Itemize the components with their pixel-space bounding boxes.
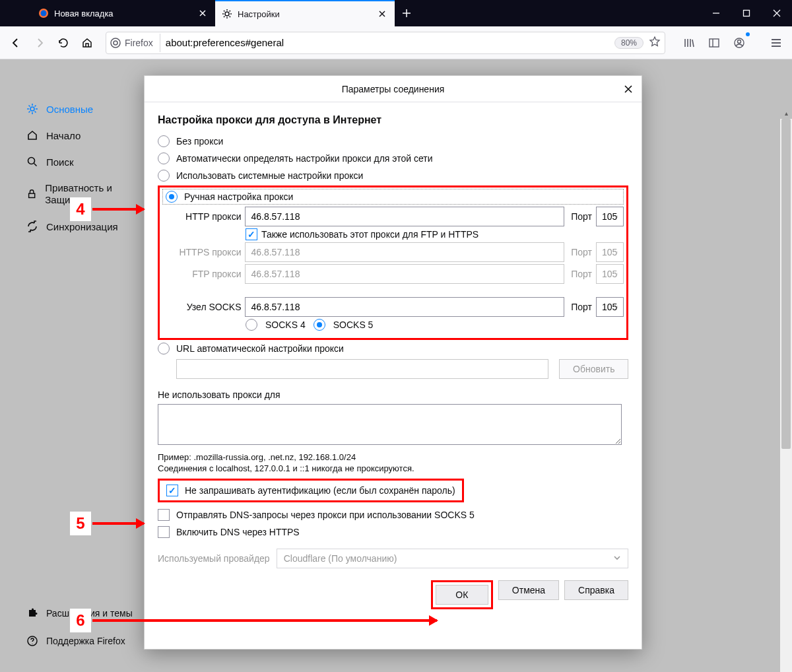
sidebar-item-home[interactable]: Начало [24, 125, 143, 145]
connection-settings-dialog: Параметры соединения Настройка прокси дл… [144, 75, 642, 650]
sidebar-item-search[interactable]: Поиск [24, 152, 143, 172]
https-proxy-input [245, 242, 564, 262]
sidebar-item-general[interactable]: Основные [24, 99, 143, 119]
search-icon [26, 156, 38, 168]
sidebar-item-label: Основные [46, 104, 93, 115]
identity-box[interactable]: Firefox [110, 34, 160, 52]
link-label: Поддержка Firefox [46, 636, 125, 646]
checkbox-row-dns-https[interactable]: Включить DNS через HTTPS [158, 523, 628, 541]
window-close[interactable] [762, 0, 792, 26]
reload-pac-button: Обновить [559, 359, 628, 379]
localhost-info: Соединения с localhost, 127.0.0.1 и ::1 … [158, 463, 628, 473]
window-maximize[interactable] [731, 0, 762, 26]
radio-socks4[interactable] [246, 319, 257, 331]
sync-icon [26, 220, 38, 232]
account-icon[interactable] [729, 32, 750, 53]
http-proxy-label: HTTP прокси [170, 211, 241, 222]
socks-host-input[interactable] [245, 297, 564, 317]
https-proxy-label: HTTPS прокси [170, 247, 241, 257]
menu-button[interactable] [766, 32, 787, 53]
annotation-box-4: Ручная настройка прокси HTTP прокси Порт… [158, 185, 628, 340]
scroll-thumb[interactable] [781, 119, 791, 449]
help-icon [26, 635, 38, 647]
radio-auto-detect[interactable]: Автоматически определять настройки прокс… [158, 150, 628, 167]
provider-label: Используемый провайдер [158, 553, 270, 564]
svg-rect-6 [710, 39, 719, 47]
port-label: Порт [571, 269, 592, 279]
zoom-badge[interactable]: 80% [614, 37, 644, 49]
url-input[interactable] [166, 37, 609, 48]
radio-icon [158, 135, 170, 147]
link-support[interactable]: Поддержка Firefox [24, 631, 135, 651]
checkbox-also-ftp-https[interactable] [246, 228, 257, 240]
close-icon[interactable] [622, 83, 635, 96]
close-icon[interactable] [197, 7, 209, 19]
radio-no-proxy[interactable]: Без прокси [158, 133, 628, 150]
noproxy-label: Не использовать прокси для [158, 389, 628, 400]
provider-select: Cloudflare (По умолчанию) [277, 549, 628, 568]
https-port-input [596, 242, 624, 262]
scrollbar[interactable]: ▴ [780, 119, 792, 672]
library-icon[interactable] [678, 32, 700, 53]
back-button[interactable] [5, 32, 26, 53]
annotation-number-4: 4 [70, 197, 91, 221]
cancel-button[interactable]: Отмена [498, 580, 559, 600]
dialog-title: Параметры соединения [342, 84, 445, 94]
annotation-number-5: 5 [70, 512, 91, 535]
radio-icon [158, 152, 170, 164]
annotation-box-6: ОК [431, 580, 493, 609]
svg-point-4 [111, 38, 120, 48]
new-tab-button[interactable] [395, 0, 418, 26]
home-icon [26, 129, 38, 141]
chevron-down-icon [613, 553, 621, 564]
noproxy-example: Пример: .mozilla-russia.org, .net.nz, 19… [158, 452, 628, 462]
sidebar-icon[interactable] [704, 32, 725, 53]
help-button[interactable]: Справка [564, 580, 628, 600]
titlebar: Новая вкладка Настройки [0, 0, 792, 26]
firefox-icon [110, 38, 121, 48]
scroll-up-icon[interactable]: ▴ [780, 107, 792, 119]
sidebar-item-label: Синхронизация [46, 221, 118, 232]
puzzle-icon [26, 607, 38, 619]
radio-icon [158, 343, 170, 354]
socks-label: Узел SOCKS [170, 302, 241, 312]
svg-rect-11 [29, 193, 35, 197]
http-port-input[interactable] [596, 207, 624, 226]
checkbox-row-dns-socks[interactable]: Отправлять DNS-запросы через прокси при … [158, 506, 628, 523]
radio-icon [158, 170, 170, 182]
firefox-icon [38, 8, 49, 18]
radio-socks5[interactable] [314, 319, 325, 331]
gear-icon [26, 103, 38, 115]
tab-new[interactable]: Новая вкладка [32, 0, 215, 26]
radio-system-proxy[interactable]: Использовать системные настройки прокси [158, 167, 628, 184]
close-icon[interactable] [376, 8, 388, 20]
gear-icon [222, 9, 232, 19]
window-minimize[interactable] [701, 0, 731, 26]
url-bar[interactable]: Firefox 80% [106, 32, 665, 54]
sidebar-item-label: Начало [46, 130, 81, 141]
radio-manual-proxy[interactable]: Ручная настройка прокси [162, 189, 624, 205]
home-button[interactable] [77, 32, 98, 53]
tab-label: Настройки [238, 9, 280, 19]
port-label: Порт [571, 247, 592, 257]
socks-port-input[interactable] [596, 297, 624, 317]
ftp-proxy-label: FTP прокси [170, 269, 241, 279]
radio-pac-url[interactable]: URL автоматической настройки прокси [158, 340, 628, 357]
ftp-proxy-input [245, 264, 564, 284]
tab-settings[interactable]: Настройки [215, 0, 395, 26]
sidebar-item-label: Поиск [46, 156, 74, 168]
pac-url-input [176, 359, 548, 379]
ftp-port-input [596, 264, 624, 284]
bookmark-star-icon[interactable] [649, 36, 661, 50]
noproxy-textarea[interactable] [158, 404, 622, 445]
tab-label: Новая вкладка [54, 9, 114, 18]
svg-point-10 [28, 158, 35, 164]
annotation-arrow-5 [92, 522, 144, 525]
svg-point-5 [114, 41, 117, 45]
lock-icon [26, 188, 37, 200]
forward-button[interactable] [29, 32, 50, 53]
checkbox-no-auth[interactable] [166, 485, 178, 496]
reload-button[interactable] [53, 32, 74, 53]
http-proxy-input[interactable] [245, 207, 564, 226]
ok-button[interactable]: ОК [436, 585, 488, 605]
